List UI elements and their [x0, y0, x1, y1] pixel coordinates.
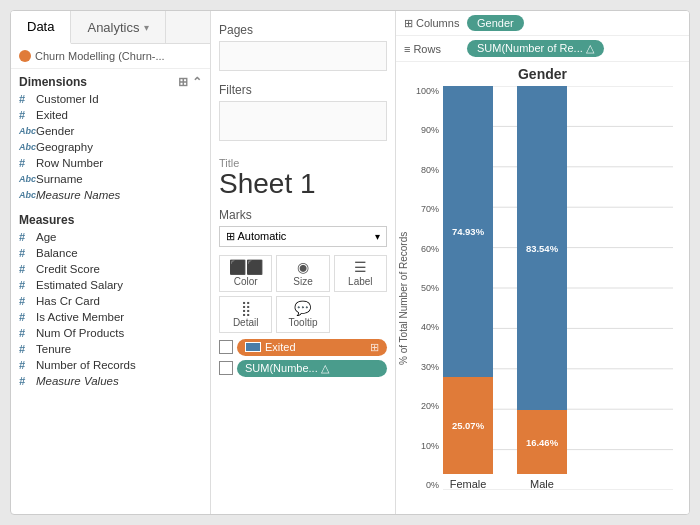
measure-balance[interactable]: #Balance — [11, 245, 210, 261]
gender-pill[interactable]: Gender — [467, 15, 524, 31]
rows-pill[interactable]: SUM(Number of Re... △ — [467, 40, 604, 57]
pages-box — [219, 41, 387, 71]
hash-icon: # — [19, 109, 31, 121]
sort-icon[interactable]: ⌃ — [192, 75, 202, 89]
bar-female-bottom-label: 25.07% — [452, 420, 484, 431]
ytick-0: 0% — [411, 480, 443, 490]
sheet-title: Sheet 1 — [219, 169, 387, 200]
bar-male-label: Male — [530, 478, 554, 490]
tooltip-btn[interactable]: 💬 Tooltip — [276, 296, 329, 333]
abc-icon: Abc — [19, 142, 31, 152]
color-icon: ⬛⬛ — [229, 260, 263, 274]
ytick-50: 50% — [411, 283, 443, 293]
label-btn[interactable]: ☰ Label — [334, 255, 387, 292]
measure-num-products[interactable]: #Num Of Products — [11, 325, 210, 341]
color-btn[interactable]: ⬛⬛ Color — [219, 255, 272, 292]
measure-estimated-salary[interactable]: #Estimated Salary — [11, 277, 210, 293]
measures-section-label: Measures — [11, 207, 210, 229]
columns-icon: ⊞ — [404, 17, 413, 30]
sum-checkbox[interactable] — [219, 361, 233, 375]
hash-icon: # — [19, 327, 31, 339]
chart-inner: % of Total Number of Records 0% 10% 20% … — [396, 86, 689, 510]
ytick-30: 30% — [411, 362, 443, 372]
tab-row: Data Analytics ▾ — [11, 11, 210, 44]
bar-group-male: 16.46% 83.54% Male — [517, 86, 567, 490]
hash-icon: # — [19, 279, 31, 291]
columns-shelf: ⊞ Columns Gender — [396, 11, 689, 36]
chart-area: Gender % of Total Number of Records 0% 1… — [396, 62, 689, 514]
dim-row-number[interactable]: #Row Number — [11, 155, 210, 171]
tooltip-icon: 💬 — [294, 301, 311, 315]
hash-icon: # — [19, 311, 31, 323]
measure-number-records[interactable]: #Number of Records — [11, 357, 210, 373]
dim-gender[interactable]: AbcGender — [11, 123, 210, 139]
dim-geography[interactable]: AbcGeography — [11, 139, 210, 155]
pill-row-sum: SUM(Numbe... △ — [219, 360, 387, 377]
size-btn[interactable]: ◉ Size — [276, 255, 329, 292]
measure-age[interactable]: #Age — [11, 229, 210, 245]
abc-icon: Abc — [19, 126, 31, 136]
pages-label: Pages — [219, 19, 387, 41]
bar-male-bottom-label: 16.46% — [526, 437, 558, 448]
y-axis-label: % of Total Number of Records — [396, 86, 411, 510]
sum-pill[interactable]: SUM(Numbe... △ — [237, 360, 387, 377]
filters-label: Filters — [219, 79, 387, 101]
rows-shelf-label: ≡ Rows — [404, 43, 459, 55]
y-ticks: 0% 10% 20% 30% 40% 50% 60% 70% 80% 90% 1… — [411, 86, 443, 490]
grid-icon[interactable]: ⊞ — [178, 75, 188, 89]
bar-male-bottom: 16.46% — [517, 410, 567, 474]
dim-measure-names[interactable]: AbcMeasure Names — [11, 187, 210, 203]
right-panel: ⊞ Columns Gender ≡ Rows SUM(Number of Re… — [396, 11, 689, 514]
exited-checkbox[interactable] — [219, 340, 233, 354]
dim-exited[interactable]: #Exited — [11, 107, 210, 123]
hash-icon: # — [19, 247, 31, 259]
detail-icon: ⣿ — [241, 301, 251, 315]
analytics-arrow-icon: ▾ — [144, 22, 149, 33]
ytick-80: 80% — [411, 165, 443, 175]
dimensions-label: Dimensions ⊞ ⌃ — [11, 69, 210, 91]
pill-row-exited: Exited ⊞ — [219, 339, 387, 356]
dim-customer-id[interactable]: #Customer Id — [11, 91, 210, 107]
exited-pill[interactable]: Exited ⊞ — [237, 339, 387, 356]
bar-female-top-label: 74.93% — [452, 226, 484, 237]
middle-panel: Pages Filters Title Sheet 1 Marks ⊞ Auto… — [211, 11, 396, 514]
tab-analytics[interactable]: Analytics ▾ — [71, 11, 165, 43]
ytick-70: 70% — [411, 204, 443, 214]
measure-tenure[interactable]: #Tenure — [11, 341, 210, 357]
measure-has-cr-card[interactable]: #Has Cr Card — [11, 293, 210, 309]
chart-plot: 0% 10% 20% 30% 40% 50% 60% 70% 80% 90% 1… — [411, 86, 681, 510]
abc-icon: Abc — [19, 190, 31, 200]
measure-is-active[interactable]: #Is Active Member — [11, 309, 210, 325]
hash-icon: # — [19, 295, 31, 307]
main-container: Data Analytics ▾ Churn Modelling (Churn-… — [10, 10, 690, 515]
sum-pill-label: SUM(Numbe... △ — [245, 362, 329, 375]
hash-icon: # — [19, 359, 31, 371]
measure-measure-values[interactable]: #Measure Values — [11, 373, 210, 389]
chart-title: Gender — [396, 66, 689, 82]
ytick-60: 60% — [411, 244, 443, 254]
detail-btn[interactable]: ⣿ Detail — [219, 296, 272, 333]
measure-credit-score[interactable]: #Credit Score — [11, 261, 210, 277]
rows-icon: ≡ — [404, 43, 410, 55]
bars-container: 25.07% 74.93% Female — [443, 86, 567, 490]
dropdown-arrow-icon: ▾ — [375, 231, 380, 242]
chart-grid-area: 0% 10% 20% 30% 40% 50% 60% 70% 80% 90% 1… — [411, 86, 681, 510]
tab-data[interactable]: Data — [11, 11, 71, 44]
ytick-90: 90% — [411, 125, 443, 135]
marks-dropdown-value: ⊞ Automatic — [226, 230, 286, 243]
datasource-row[interactable]: Churn Modelling (Churn-... — [11, 44, 210, 69]
hash-icon: # — [19, 93, 31, 105]
ytick-20: 20% — [411, 401, 443, 411]
abc-icon: Abc — [19, 174, 31, 184]
dim-surname[interactable]: AbcSurname — [11, 171, 210, 187]
dimensions-list: #Customer Id #Exited AbcGender AbcGeogra… — [11, 91, 210, 203]
label-icon: ☰ — [354, 260, 367, 274]
bar-female-top: 74.93% — [443, 86, 493, 377]
marks-grid: ⬛⬛ Color ◉ Size ☰ Label ⣿ Detail 💬 Toolt… — [219, 255, 387, 333]
datasource-name: Churn Modelling (Churn-... — [35, 50, 165, 62]
bar-stack-male: 16.46% 83.54% — [517, 86, 567, 474]
bar-female-label: Female — [450, 478, 487, 490]
left-panel: Data Analytics ▾ Churn Modelling (Churn-… — [11, 11, 211, 514]
marks-dropdown[interactable]: ⊞ Automatic ▾ — [219, 226, 387, 247]
bar-female-bottom: 25.07% — [443, 377, 493, 474]
